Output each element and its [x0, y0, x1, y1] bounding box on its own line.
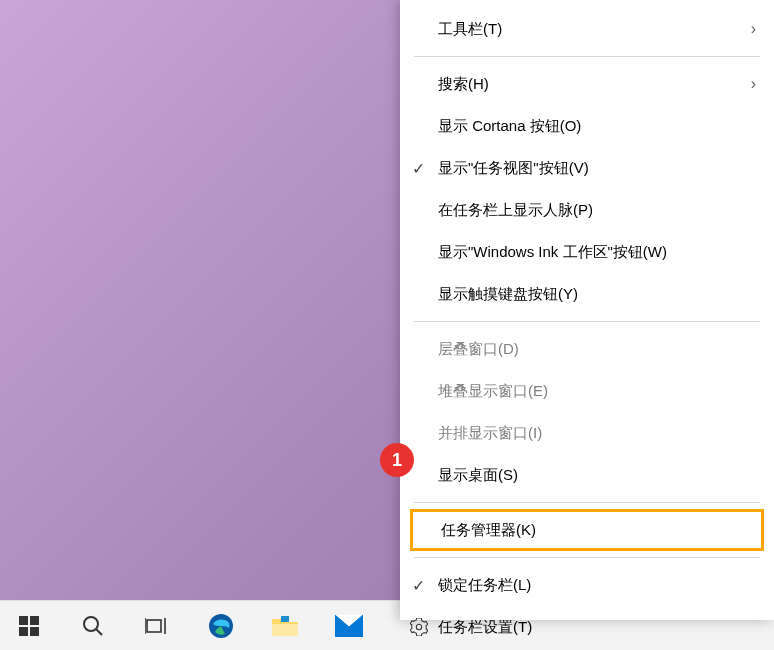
menu-label: 工具栏(T) — [438, 20, 502, 39]
edge-button[interactable] — [198, 603, 244, 649]
svg-rect-3 — [30, 627, 39, 636]
menu-label: 堆叠显示窗口(E) — [438, 382, 548, 401]
check-icon: ✓ — [412, 576, 425, 595]
menu-task-manager[interactable]: 任务管理器(K) — [410, 509, 764, 551]
menu-show-desktop[interactable]: 显示桌面(S) — [400, 454, 774, 496]
mail-button[interactable] — [326, 603, 372, 649]
menu-side-by-side: 并排显示窗口(I) — [400, 412, 774, 454]
task-view-button[interactable] — [134, 603, 180, 649]
menu-label: 显示触摸键盘按钮(Y) — [438, 285, 578, 304]
folder-icon — [271, 614, 299, 638]
menu-label: 层叠窗口(D) — [438, 340, 519, 359]
menu-show-ink[interactable]: 显示"Windows Ink 工作区"按钮(W) — [400, 231, 774, 273]
menu-label: 显示"任务视图"按钮(V) — [438, 159, 589, 178]
file-explorer-button[interactable] — [262, 603, 308, 649]
menu-stacked-windows: 堆叠显示窗口(E) — [400, 370, 774, 412]
gear-icon — [410, 618, 428, 636]
windows-icon — [19, 616, 39, 636]
svg-line-5 — [96, 629, 102, 635]
menu-search[interactable]: 搜索(H) › — [400, 63, 774, 105]
search-icon — [82, 615, 104, 637]
menu-label: 显示"Windows Ink 工作区"按钮(W) — [438, 243, 667, 262]
menu-show-people[interactable]: 在任务栏上显示人脉(P) — [400, 189, 774, 231]
chevron-right-icon: › — [751, 75, 756, 93]
menu-show-task-view[interactable]: ✓ 显示"任务视图"按钮(V) — [400, 147, 774, 189]
task-view-icon — [145, 616, 169, 636]
taskbar-context-menu: 工具栏(T) › 搜索(H) › 显示 Cortana 按钮(O) ✓ 显示"任… — [400, 0, 774, 620]
svg-rect-2 — [19, 627, 28, 636]
menu-label: 显示桌面(S) — [438, 466, 518, 485]
menu-label: 锁定任务栏(L) — [438, 576, 531, 595]
menu-separator — [414, 321, 760, 322]
menu-show-touch-keyboard[interactable]: 显示触摸键盘按钮(Y) — [400, 273, 774, 315]
svg-rect-10 — [272, 624, 298, 636]
menu-label: 并排显示窗口(I) — [438, 424, 542, 443]
annotation-badge-1: 1 — [380, 443, 414, 477]
menu-show-cortana[interactable]: 显示 Cortana 按钮(O) — [400, 105, 774, 147]
svg-rect-11 — [281, 616, 289, 622]
menu-label: 在任务栏上显示人脉(P) — [438, 201, 593, 220]
edge-icon — [207, 612, 235, 640]
menu-separator — [414, 502, 760, 503]
menu-cascade-windows: 层叠窗口(D) — [400, 328, 774, 370]
menu-separator — [414, 56, 760, 57]
search-button[interactable] — [70, 603, 116, 649]
check-icon: ✓ — [412, 159, 425, 178]
menu-separator — [414, 557, 760, 558]
annotation-number: 1 — [392, 450, 402, 471]
start-button[interactable] — [6, 603, 52, 649]
menu-toolbars[interactable]: 工具栏(T) › — [400, 8, 774, 50]
menu-lock-taskbar[interactable]: ✓ 锁定任务栏(L) — [400, 564, 774, 606]
svg-point-4 — [84, 617, 98, 631]
menu-taskbar-settings[interactable]: 任务栏设置(T) — [400, 606, 774, 648]
svg-rect-6 — [147, 620, 161, 632]
menu-label: 显示 Cortana 按钮(O) — [438, 117, 581, 136]
chevron-right-icon: › — [751, 20, 756, 38]
menu-label: 任务栏设置(T) — [438, 618, 532, 637]
menu-label: 任务管理器(K) — [441, 521, 536, 540]
mail-icon — [334, 614, 364, 638]
svg-rect-1 — [30, 616, 39, 625]
menu-label: 搜索(H) — [438, 75, 489, 94]
svg-rect-0 — [19, 616, 28, 625]
